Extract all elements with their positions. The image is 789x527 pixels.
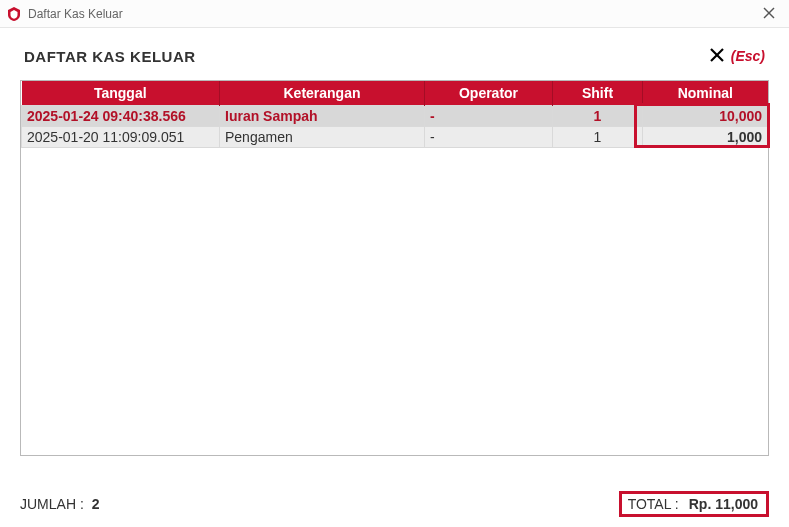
- window-title: Daftar Kas Keluar: [28, 7, 123, 21]
- jumlah-value: 2: [92, 496, 100, 512]
- table-header-row: Tanggal Keterangan Operator Shift Nomina…: [22, 81, 768, 106]
- footer: JUMLAH : 2 TOTAL : Rp. 11,000: [20, 491, 769, 517]
- table-row[interactable]: 2025-01-20 11:09:09.051Pengamen-11,000: [22, 127, 768, 148]
- cell-nominal: 1,000: [643, 127, 768, 148]
- col-header-shift[interactable]: Shift: [553, 81, 643, 106]
- cell-operator: -: [425, 106, 553, 127]
- close-esc-button[interactable]: (Esc): [709, 46, 765, 66]
- col-header-nominal[interactable]: Nominal: [643, 81, 768, 106]
- col-header-tanggal[interactable]: Tanggal: [22, 81, 220, 106]
- total-box: TOTAL : Rp. 11,000: [619, 491, 769, 517]
- jumlah-group: JUMLAH : 2: [20, 496, 99, 512]
- total-label: TOTAL :: [628, 496, 679, 512]
- cell-tanggal: 2025-01-24 09:40:38.566: [22, 106, 220, 127]
- cell-tanggal: 2025-01-20 11:09:09.051: [22, 127, 220, 148]
- page-header: DAFTAR KAS KELUAR (Esc): [0, 28, 789, 80]
- cell-shift: 1: [553, 127, 643, 148]
- cell-nominal: 10,000: [643, 106, 768, 127]
- cash-out-table: Tanggal Keterangan Operator Shift Nomina…: [21, 81, 768, 148]
- cell-keterangan: Pengamen: [220, 127, 425, 148]
- cell-keterangan: Iuran Sampah: [220, 106, 425, 127]
- titlebar-left: Daftar Kas Keluar: [6, 6, 123, 22]
- cell-shift: 1: [553, 106, 643, 127]
- close-icon: [709, 46, 725, 66]
- jumlah-label: JUMLAH :: [20, 496, 84, 512]
- col-header-operator[interactable]: Operator: [425, 81, 553, 106]
- cell-operator: -: [425, 127, 553, 148]
- total-value: Rp. 11,000: [689, 496, 758, 512]
- col-header-keterangan[interactable]: Keterangan: [220, 81, 425, 106]
- window-close-button[interactable]: [757, 6, 781, 22]
- page-title: DAFTAR KAS KELUAR: [24, 48, 196, 65]
- cash-out-table-container: Tanggal Keterangan Operator Shift Nomina…: [20, 80, 769, 456]
- esc-label: (Esc): [731, 48, 765, 64]
- table-row[interactable]: 2025-01-24 09:40:38.566Iuran Sampah-110,…: [22, 106, 768, 127]
- titlebar: Daftar Kas Keluar: [0, 0, 789, 28]
- app-icon: [6, 6, 22, 22]
